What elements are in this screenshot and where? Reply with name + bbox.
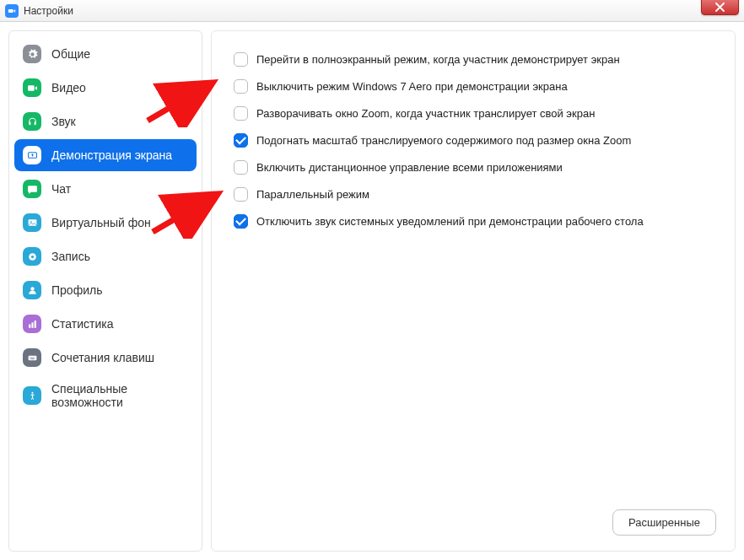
option-label: Подогнать масштаб транслируемого содержи…: [256, 134, 631, 147]
sidebar-item-label: Запись: [51, 250, 90, 263]
svg-rect-11: [31, 357, 32, 358]
option-row[interactable]: Разворачивать окно Zoom, когда участник …: [234, 104, 713, 122]
gear-icon: [23, 45, 41, 63]
checkbox[interactable]: [234, 133, 248, 148]
video-icon: [23, 78, 41, 97]
checkbox[interactable]: [234, 106, 248, 121]
option-row[interactable]: Отключить звук системных уведомлений при…: [234, 212, 713, 230]
option-label: Включить дистанционное управление всеми …: [256, 161, 563, 174]
sidebar-item-label: Профиль: [51, 283, 102, 297]
svg-point-4: [30, 255, 33, 257]
sidebar-item-video[interactable]: Видео: [14, 72, 197, 104]
checkbox[interactable]: [234, 187, 248, 202]
svg-rect-1: [28, 219, 36, 226]
checkbox[interactable]: [234, 79, 248, 94]
sidebar-item-image[interactable]: Виртуальный фон: [14, 207, 197, 239]
advanced-button[interactable]: Расширенные: [612, 509, 716, 536]
option-label: Отключить звук системных уведомлений при…: [256, 215, 644, 228]
sidebar-item-stats[interactable]: Статистика: [14, 308, 197, 340]
svg-rect-13: [30, 358, 34, 359]
option-row[interactable]: Подогнать масштаб транслируемого содержи…: [234, 131, 713, 149]
sidebar-item-share[interactable]: Демонстрация экрана: [14, 139, 197, 171]
checkbox[interactable]: [234, 52, 248, 67]
window-close-button[interactable]: [701, 0, 739, 15]
content-panel: Перейти в полноэкранный режим, когда уча…: [211, 30, 736, 552]
chat-icon: [23, 180, 41, 198]
option-label: Перейти в полноэкранный режим, когда уча…: [256, 53, 620, 66]
headphones-icon: [23, 112, 41, 131]
sidebar-item-headphones[interactable]: Звук: [14, 105, 197, 137]
sidebar-item-label: Сочетания клавиш: [51, 351, 154, 364]
sidebar-item-record[interactable]: Запись: [14, 240, 197, 272]
main-container: ОбщиеВидеоЗвукДемонстрация экранаЧатВирт…: [0, 22, 744, 560]
option-row[interactable]: Перейти в полноэкранный режим, когда уча…: [234, 50, 713, 68]
svg-rect-6: [29, 324, 30, 327]
option-row[interactable]: Выключить режим Windows 7 Aero при демон…: [234, 77, 713, 95]
option-row[interactable]: Включить дистанционное управление всеми …: [234, 158, 713, 176]
sidebar: ОбщиеВидеоЗвукДемонстрация экранаЧатВирт…: [8, 30, 202, 552]
sidebar-item-label: Видео: [51, 81, 86, 94]
option-label: Выключить режим Windows 7 Aero при демон…: [256, 80, 568, 93]
svg-rect-10: [30, 357, 30, 358]
keyboard-icon: [23, 348, 41, 367]
app-icon: [5, 4, 19, 18]
sidebar-item-label: Специальные возможности: [51, 382, 188, 409]
person-icon: [23, 281, 41, 299]
sidebar-item-label: Звук: [51, 115, 76, 128]
sidebar-item-label: Статистика: [51, 317, 114, 331]
option-label: Параллельный режим: [256, 188, 369, 201]
sidebar-item-label: Виртуальный фон: [51, 216, 151, 229]
sidebar-item-person[interactable]: Профиль: [14, 274, 197, 306]
window-title: Настройки: [24, 5, 73, 17]
option-row[interactable]: Параллельный режим: [234, 185, 713, 203]
sidebar-item-label: Общие: [51, 47, 90, 61]
option-label: Разворачивать окно Zoom, когда участник …: [256, 107, 595, 120]
svg-rect-7: [31, 322, 33, 328]
title-bar: Настройки: [0, 0, 744, 22]
share-screen-icon: [23, 146, 41, 164]
sidebar-item-access[interactable]: Специальные возможности: [14, 375, 197, 416]
checkbox[interactable]: [234, 160, 248, 175]
record-icon: [23, 247, 41, 266]
svg-point-5: [30, 287, 34, 290]
checkbox[interactable]: [234, 214, 248, 229]
svg-rect-8: [34, 320, 35, 328]
stats-icon: [23, 315, 41, 333]
sidebar-item-chat[interactable]: Чат: [14, 173, 197, 205]
sidebar-item-label: Чат: [51, 182, 71, 196]
sidebar-item-label: Демонстрация экрана: [51, 148, 172, 162]
image-icon: [23, 213, 41, 232]
accessibility-icon: [23, 386, 41, 405]
sidebar-item-keyboard[interactable]: Сочетания клавиш: [14, 342, 197, 374]
svg-rect-12: [33, 357, 34, 358]
sidebar-item-gear[interactable]: Общие: [14, 38, 197, 70]
svg-point-14: [31, 391, 33, 393]
